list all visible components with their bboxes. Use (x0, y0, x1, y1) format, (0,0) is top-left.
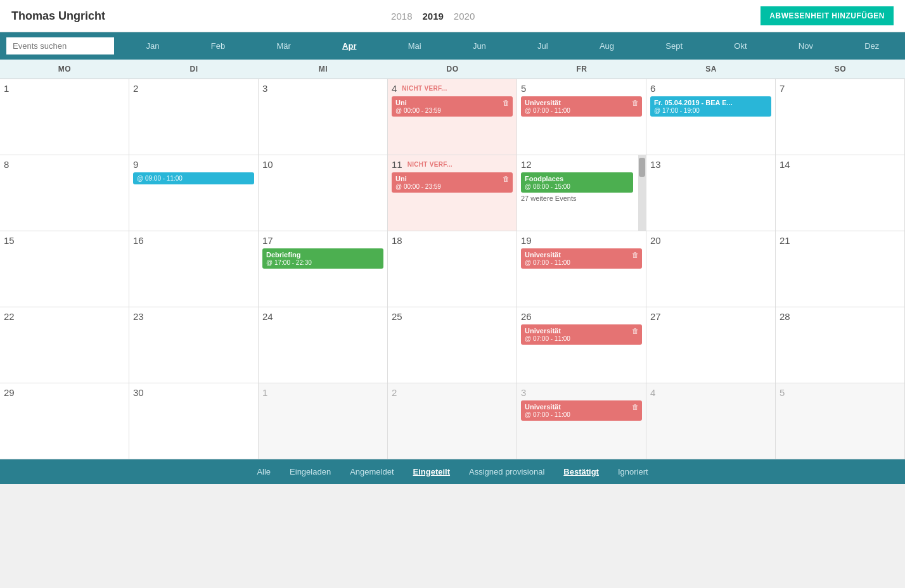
date-28: 28 (780, 311, 901, 322)
month-dez[interactable]: Dez (859, 32, 884, 60)
cell-apr-22: 22 (0, 307, 129, 383)
delete-icon-uni-19[interactable]: 🗑 (632, 251, 639, 259)
event-title-uni-11: Uni (395, 175, 509, 182)
status-eingeteilt[interactable]: Eingeteilt (413, 467, 451, 476)
month-mar[interactable]: Mär (271, 32, 295, 60)
status-assigned-provisional[interactable]: Assigned provisional (469, 467, 544, 476)
month-aug[interactable]: Aug (594, 32, 619, 60)
month-jan[interactable]: Jan (141, 32, 165, 60)
event-uni-4[interactable]: 🗑 Uni @ 00:00 - 23:59 (392, 96, 513, 117)
month-apr[interactable]: Apr (337, 32, 361, 60)
event-time-uni-26: @ 07:00 - 11:00 (525, 335, 638, 342)
status-alle[interactable]: Alle (257, 467, 271, 476)
status-bestaetigt[interactable]: Bestätigt (563, 467, 599, 476)
day-header-di: DI (129, 60, 259, 79)
month-list: Jan Feb Mär Apr Mai Jun Jul Aug Sept Okt… (120, 32, 905, 60)
date-7: 7 (780, 83, 901, 94)
year-2019[interactable]: 2019 (422, 11, 443, 22)
event-title-uni-5: Universität (525, 99, 638, 106)
cell-apr-13: 13 (646, 155, 776, 231)
event-title-uni-may3: Universität (525, 403, 638, 411)
cell-apr-15: 15 (0, 231, 129, 307)
event-uni-19[interactable]: 🗑 Universität @ 07:00 - 11:00 (521, 248, 642, 269)
more-events-12[interactable]: 27 weitere Events (521, 195, 642, 202)
delete-icon-uni-may3[interactable]: 🗑 (632, 403, 639, 411)
day-header-sa: SA (646, 60, 776, 79)
event-uni-may3[interactable]: 🗑 Universität @ 07:00 - 11:00 (521, 400, 642, 421)
date-22: 22 (4, 311, 125, 322)
date-25: 25 (392, 311, 513, 322)
date-2: 2 (133, 83, 254, 94)
cell-apr-6: 6 Fr. 05.04.2019 - BEA E... @ 17:00 - 19… (646, 79, 776, 155)
cell-may-5: 5 (776, 383, 905, 459)
day-header-so: SO (776, 60, 905, 79)
cell-apr-2: 2 (129, 79, 259, 155)
event-debriefing-17[interactable]: Debriefing @ 17:00 - 22:30 (262, 248, 383, 269)
cell-apr-4: 4 NICHT VERF... 🗑 Uni @ 00:00 - 23:59 (388, 79, 517, 155)
cell-apr-5: 5 🗑 Universität @ 07:00 - 11:00 (517, 79, 646, 155)
date-16: 16 (133, 235, 254, 246)
event-cyan-9[interactable]: @ 09:00 - 11:00 (133, 172, 254, 184)
date-30: 30 (133, 387, 254, 398)
month-nov[interactable]: Nov (793, 32, 818, 60)
status-ignoriert[interactable]: Ignoriert (618, 467, 648, 476)
cell-apr-29: 29 (0, 383, 129, 459)
event-foodplaces-12[interactable]: Foodplaces @ 08:00 - 15:00 (521, 172, 633, 193)
cell-apr-11: 11 NICHT VERF... 🗑 Uni @ 00:00 - 23:59 (388, 155, 517, 231)
year-2018[interactable]: 2018 (391, 11, 412, 22)
date-may-1: 1 (262, 387, 383, 398)
event-bea-6[interactable]: Fr. 05.04.2019 - BEA E... @ 17:00 - 19:0… (650, 96, 771, 117)
date-11: 11 NICHT VERF... (392, 159, 513, 170)
nicht-verf-label-11: NICHT VERF... (408, 161, 452, 168)
cell-apr-21: 21 (776, 231, 905, 307)
event-time-debriefing-17: @ 17:00 - 22:30 (266, 259, 380, 266)
date-10: 10 (262, 159, 383, 170)
year-2020[interactable]: 2020 (454, 11, 475, 22)
month-feb[interactable]: Feb (206, 32, 230, 60)
event-uni-11[interactable]: 🗑 Uni @ 00:00 - 23:59 (392, 172, 513, 193)
date-13: 13 (650, 159, 771, 170)
delete-icon-uni-26[interactable]: 🗑 (632, 327, 639, 335)
nicht-verf-label-4: NICHT VERF... (402, 85, 447, 92)
date-12: 12 (521, 159, 642, 170)
status-angemeldet[interactable]: Angemeldet (350, 467, 394, 476)
event-uni-5[interactable]: 🗑 Universität @ 07:00 - 11:00 (521, 96, 642, 117)
delete-icon-uni-4[interactable]: 🗑 (503, 99, 510, 106)
cell-may-2: 2 (388, 383, 517, 459)
date-29: 29 (4, 387, 125, 398)
user-name: Thomas Ungricht (11, 10, 105, 23)
calendar-grid: 1 2 3 4 NICHT VERF... 🗑 Uni @ 00:00 - 23… (0, 79, 905, 459)
date-15: 15 (4, 235, 125, 246)
event-time-uni-11: @ 00:00 - 23:59 (395, 183, 509, 190)
search-input[interactable] (6, 37, 114, 54)
event-title-foodplaces-12: Foodplaces (525, 175, 629, 182)
event-title-uni-19: Universität (525, 251, 638, 259)
scroll-thumb-12[interactable] (639, 158, 645, 177)
top-header: Thomas Ungricht 2018 2019 2020 ABWESENHE… (0, 0, 905, 32)
add-absence-button[interactable]: ABWESENHEIT HINZUFÜGEN (761, 6, 894, 25)
date-3: 3 (262, 83, 383, 94)
month-jul[interactable]: Jul (532, 32, 553, 60)
month-okt[interactable]: Okt (729, 32, 752, 60)
date-may-5: 5 (780, 387, 901, 398)
delete-icon-uni-11[interactable]: 🗑 (503, 175, 510, 182)
date-24: 24 (262, 311, 383, 322)
event-uni-26[interactable]: 🗑 Universität @ 07:00 - 11:00 (521, 324, 642, 345)
status-eingeladen[interactable]: Eingeladen (290, 467, 331, 476)
delete-icon-uni-5[interactable]: 🗑 (632, 99, 639, 106)
date-18: 18 (392, 235, 513, 246)
date-may-3: 3 (521, 387, 642, 398)
cell-apr-9: 9 @ 09:00 - 11:00 (129, 155, 259, 231)
month-mai[interactable]: Mai (403, 32, 427, 60)
month-sept[interactable]: Sept (660, 32, 688, 60)
month-jun[interactable]: Jun (468, 32, 491, 60)
event-time-uni-5: @ 07:00 - 11:00 (525, 107, 638, 114)
event-title-uni-26: Universität (525, 327, 638, 335)
cell-apr-20: 20 (646, 231, 776, 307)
date-19: 19 (521, 235, 642, 246)
cell-apr-7: 7 (776, 79, 905, 155)
cell-apr-14: 14 (776, 155, 905, 231)
cell-apr-17: 17 Debriefing @ 17:00 - 22:30 (259, 231, 388, 307)
scroll-indicator-12[interactable] (638, 155, 646, 231)
cell-apr-28: 28 (776, 307, 905, 383)
